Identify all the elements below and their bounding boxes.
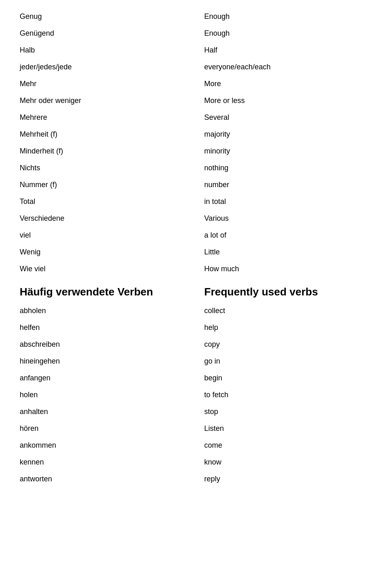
english-word: Enough — [196, 25, 376, 42]
vocab-row: viel a lot of — [16, 227, 376, 244]
german-word: Wenig — [16, 244, 196, 261]
vocabulary-table: Genug Enough Genügend Enough Halb Half j… — [16, 8, 376, 487]
verb-row: anfangen begin — [16, 370, 376, 387]
english-word: More — [196, 76, 376, 92]
vocab-row: Genug Enough — [16, 8, 376, 25]
verb-row: anhalten stop — [16, 403, 376, 420]
english-verb: stop — [196, 403, 376, 420]
english-word: More or less — [196, 92, 376, 109]
german-word: Mehr — [16, 76, 196, 92]
verb-row: kennen know — [16, 454, 376, 471]
german-word: Mehr oder weniger — [16, 92, 196, 109]
german-verb: hören — [16, 420, 196, 437]
german-verb: hineingehen — [16, 353, 196, 370]
german-word: jeder/jedes/jede — [16, 59, 196, 76]
english-verb: help — [196, 319, 376, 336]
english-verb: begin — [196, 370, 376, 387]
english-word: nothing — [196, 160, 376, 176]
vocab-row: Halb Half — [16, 42, 376, 59]
english-word: majority — [196, 126, 376, 143]
english-word: Several — [196, 109, 376, 126]
german-word: Mehrheit (f) — [16, 126, 196, 143]
vocab-row: jeder/jedes/jede everyone/each/each — [16, 59, 376, 76]
english-word: Enough — [196, 8, 376, 25]
german-word: Total — [16, 193, 196, 210]
vocab-row: Minderheit (f) minority — [16, 143, 376, 160]
verb-row: abschreiben copy — [16, 336, 376, 353]
verb-row: antworten reply — [16, 471, 376, 487]
german-verb: abschreiben — [16, 336, 196, 353]
english-verb: collect — [196, 302, 376, 319]
english-word: a lot of — [196, 227, 376, 244]
english-word: minority — [196, 143, 376, 160]
german-verb: ankommen — [16, 437, 196, 454]
german-verb: holen — [16, 387, 196, 403]
german-verb: anhalten — [16, 403, 196, 420]
english-word: Half — [196, 42, 376, 59]
english-verb: come — [196, 437, 376, 454]
german-verb: antworten — [16, 471, 196, 487]
vocab-row: Nummer (f) number — [16, 176, 376, 193]
verb-row: holen to fetch — [16, 387, 376, 403]
verb-row: hineingehen go in — [16, 353, 376, 370]
vocab-row: Genügend Enough — [16, 25, 376, 42]
german-word: Wie viel — [16, 261, 196, 277]
german-word: Mehrere — [16, 109, 196, 126]
english-word: How much — [196, 261, 376, 277]
english-verb: know — [196, 454, 376, 471]
german-verb: abholen — [16, 302, 196, 319]
english-verb: go in — [196, 353, 376, 370]
german-word: Halb — [16, 42, 196, 59]
german-verb: kennen — [16, 454, 196, 471]
english-verb: to fetch — [196, 387, 376, 403]
german-word: Nichts — [16, 160, 196, 176]
verb-row: ankommen come — [16, 437, 376, 454]
verb-row: abholen collect — [16, 302, 376, 319]
vocab-row: Mehr More — [16, 76, 376, 92]
vocab-row: Nichts nothing — [16, 160, 376, 176]
vocab-row: Total in total — [16, 193, 376, 210]
german-word: Minderheit (f) — [16, 143, 196, 160]
vocab-row: Wenig Little — [16, 244, 376, 261]
english-word: everyone/each/each — [196, 59, 376, 76]
english-word: number — [196, 176, 376, 193]
vocab-row: Wie viel How much — [16, 261, 376, 277]
section-english-header: Frequently used verbs — [196, 277, 376, 302]
vocab-row: Verschiedene Various — [16, 210, 376, 227]
section-header-row: Häufig verwendete Verben Frequently used… — [16, 277, 376, 302]
english-word: in total — [196, 193, 376, 210]
german-word: Genügend — [16, 25, 196, 42]
section-german-header: Häufig verwendete Verben — [16, 277, 196, 302]
english-verb: copy — [196, 336, 376, 353]
german-word: viel — [16, 227, 196, 244]
german-word: Nummer (f) — [16, 176, 196, 193]
english-verb: reply — [196, 471, 376, 487]
german-verb: anfangen — [16, 370, 196, 387]
vocab-row: Mehrheit (f) majority — [16, 126, 376, 143]
english-word: Little — [196, 244, 376, 261]
german-verb: helfen — [16, 319, 196, 336]
vocab-row: Mehr oder weniger More or less — [16, 92, 376, 109]
verb-row: hören Listen — [16, 420, 376, 437]
verb-row: helfen help — [16, 319, 376, 336]
vocab-row: Mehrere Several — [16, 109, 376, 126]
english-verb: Listen — [196, 420, 376, 437]
german-word: Genug — [16, 8, 196, 25]
german-word: Verschiedene — [16, 210, 196, 227]
english-word: Various — [196, 210, 376, 227]
